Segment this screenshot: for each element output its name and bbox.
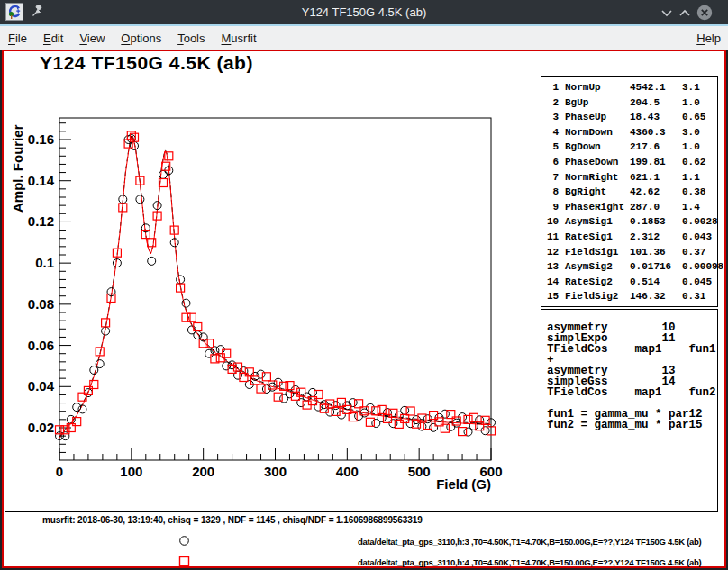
fit-info-line: musrfit: 2018-06-30, 13:19:40, chisq = 1… (42, 515, 423, 525)
root-logo-icon (5, 3, 23, 21)
theory-line: TFieldCos map1 fun1 (547, 344, 717, 355)
x-axis: 0100200300400500600 (56, 448, 503, 479)
param-row-AsymSig2: 13AsymSig20.017160.00098 (547, 261, 717, 276)
menu-edit[interactable]: Edit (35, 32, 71, 45)
svg-text:0.04: 0.04 (28, 378, 55, 394)
param-row-NormUp: 1NormUp4542.13.1 (547, 82, 717, 97)
pin-icon[interactable] (32, 5, 44, 17)
theory-line: fun2 = gamma_mu * par15 (547, 420, 717, 430)
menubar-items: FileEditViewOptionsToolsMusrfit (0, 32, 265, 45)
param-row-PhaseUp: 3PhaseUp18.430.65 (547, 112, 717, 127)
svg-text:0.16: 0.16 (28, 131, 54, 147)
menu-musrfit[interactable]: Musrfit (214, 32, 265, 45)
legend-label: data/deltat_pta_gps_3110,h:3 ,T0=4.50K,T… (358, 537, 701, 547)
close-button[interactable] (696, 5, 713, 21)
svg-text:0.08: 0.08 (28, 296, 54, 312)
param-row-AsymSig1: 10AsymSig10.18530.0028 (547, 216, 717, 231)
menu-tools[interactable]: Tools (169, 32, 213, 45)
svg-text:0.12: 0.12 (28, 213, 54, 229)
x-axis-title: Field (G) (436, 476, 491, 492)
menubar: FileEditViewOptionsToolsMusrfit Help (0, 26, 728, 50)
svg-text:0.06: 0.06 (28, 338, 54, 353)
svg-text:300: 300 (264, 464, 287, 479)
param-row-BgDown: 5BgDown217.61.0 (547, 141, 717, 157)
menu-help[interactable]: Help (688, 32, 728, 45)
y-axis: 0.020.040.060.080.10.120.140.16 (28, 123, 71, 453)
y-axis-title: Ampl. Fourier (10, 124, 25, 213)
svg-text:0.14: 0.14 (28, 173, 55, 188)
param-row-FieldSig1: 12FieldSig1101.360.37 (547, 247, 717, 262)
param-row-FieldSig2: 15FieldSig2146.320.31 (547, 291, 717, 306)
theory-line: TFieldCos map1 fun2 (547, 387, 717, 398)
minimize-button[interactable] (659, 5, 675, 21)
param-row-BgRight: 8BgRight42.620.38 (547, 186, 717, 202)
svg-text:200: 200 (192, 464, 214, 479)
fit-parameters-panel: 1NormUp4542.13.12BgUp204.51.03PhaseUp18.… (541, 76, 718, 307)
param-row-NormRight: 7NormRight621.11.1 (547, 172, 717, 187)
titlebar: Y124 TF150G 4.5K (ab) (0, 0, 728, 24)
param-row-RateSig1: 11RateSig12.3120.043 (547, 231, 717, 247)
legend-marker-square (177, 554, 192, 569)
legend-label: data/deltat_pta_gps_3110,h:4 ,T0=4.50K,T… (358, 557, 701, 567)
series-circles (56, 134, 496, 439)
param-row-NormDown: 4NormDown4360.33.0 (547, 127, 717, 142)
maximize-button[interactable] (677, 5, 693, 21)
legend-marker-circle (177, 533, 192, 548)
footer-divider (5, 511, 718, 512)
fourier-plot[interactable]: 0.020.040.060.080.10.120.140.16010020030… (4, 52, 539, 513)
svg-text:100: 100 (120, 464, 142, 479)
param-row-BgUp: 2BgUp204.51.0 (547, 97, 717, 113)
svg-text:500: 500 (408, 464, 431, 479)
window-title: Y124 TF150G 4.5K (ab) (90, 5, 638, 19)
menu-view[interactable]: View (71, 32, 113, 45)
param-row-PhaseDown: 6PhaseDown199.810.62 (547, 157, 717, 172)
menu-options[interactable]: Options (113, 32, 169, 45)
svg-text:400: 400 (336, 464, 359, 479)
svg-text:0.1: 0.1 (35, 255, 54, 270)
theory-panel: asymmetry 10simplExpo 11TFieldCos map1 f… (541, 309, 718, 511)
svg-text:0: 0 (56, 464, 63, 479)
fit-curve-h3 (59, 134, 491, 437)
menu-file[interactable]: File (0, 32, 35, 45)
param-row-RateSig2: 14RateSig20.5140.045 (547, 276, 717, 292)
svg-text:0.02: 0.02 (28, 420, 54, 435)
plot-frame (59, 118, 491, 460)
param-row-PhaseRight: 9PhaseRight287.01.4 (547, 202, 717, 217)
